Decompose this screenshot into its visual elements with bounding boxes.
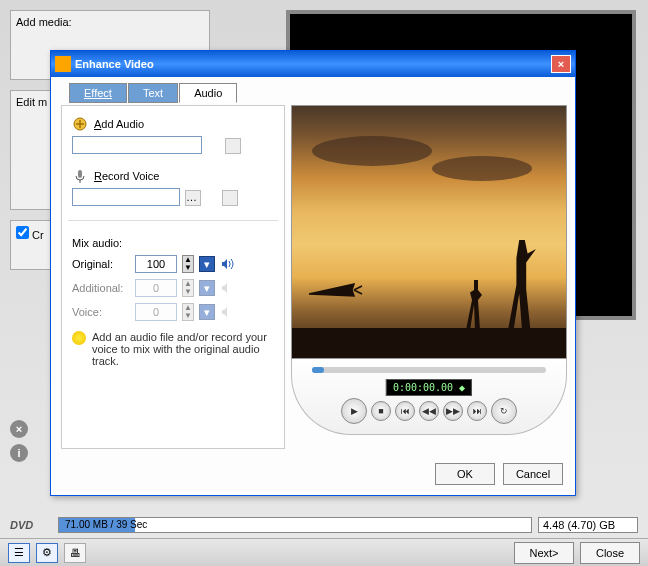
- add-audio-icon: [72, 116, 88, 132]
- add-audio-label: Add Audio: [94, 118, 144, 130]
- additional-spinner: ▲▼: [182, 279, 194, 297]
- stop-button[interactable]: ■: [371, 401, 391, 421]
- original-dropdown[interactable]: ▾: [199, 256, 215, 272]
- speaker-icon-disabled: [220, 281, 234, 295]
- voice-label: Voice:: [72, 306, 130, 318]
- titlebar: Enhance Video ×: [51, 51, 575, 77]
- microphone-icon: [72, 168, 88, 184]
- preview-area: 0:00:00.00 ◆ ▶ ■ ⏮ ◀◀ ▶▶ ⏭ ↻: [291, 105, 567, 449]
- additional-label: Additional:: [72, 282, 130, 294]
- delete-audio-button[interactable]: [225, 138, 241, 154]
- settings-icon[interactable]: ⚙: [36, 543, 58, 563]
- create-label: Cr: [32, 229, 44, 241]
- dvd-label: DVD: [10, 519, 52, 531]
- close-round-icon[interactable]: ×: [10, 420, 28, 438]
- rewind-button[interactable]: ◀◀: [419, 401, 439, 421]
- next-button[interactable]: Next>: [514, 542, 574, 564]
- timecode-display: 0:00:00.00 ◆: [386, 379, 472, 396]
- add-audio-input[interactable]: [72, 136, 202, 154]
- repeat-button[interactable]: ↻: [491, 398, 517, 424]
- delete-voice-button[interactable]: [222, 190, 238, 206]
- mix-audio-title: Mix audio:: [72, 237, 274, 249]
- capacity-display: 4.48 (4.70) GB: [538, 517, 638, 533]
- dialog-icon: [55, 56, 71, 72]
- close-app-button[interactable]: Close: [580, 542, 640, 564]
- playback-slider[interactable]: [312, 367, 546, 373]
- preview-image: [291, 105, 567, 359]
- kite-silhouette: [304, 276, 364, 306]
- lightbulb-icon: [72, 331, 86, 345]
- record-voice-input[interactable]: [72, 188, 180, 206]
- enhance-video-dialog: Enhance Video × Effect Text Audio Add Au…: [50, 50, 576, 496]
- record-voice-label: Record Voice: [94, 170, 159, 182]
- create-checkbox[interactable]: [16, 226, 29, 239]
- tab-bar: Effect Text Audio: [69, 83, 238, 103]
- cancel-button[interactable]: Cancel: [503, 463, 563, 485]
- edit-label: Edit m: [16, 96, 47, 108]
- info-round-icon[interactable]: i: [10, 444, 28, 462]
- original-spinner[interactable]: ▲▼: [182, 255, 194, 273]
- print-icon[interactable]: 🖶: [64, 543, 86, 563]
- tab-text[interactable]: Text: [128, 83, 178, 103]
- mix-hint-text: Add an audio file and/or record your voi…: [92, 331, 274, 367]
- tab-effect[interactable]: Effect: [69, 83, 127, 103]
- voice-spinner: ▲▼: [182, 303, 194, 321]
- ok-button[interactable]: OK: [435, 463, 495, 485]
- prev-button[interactable]: ⏮: [395, 401, 415, 421]
- add-media-label: Add media:: [16, 16, 72, 28]
- speaker-icon[interactable]: [220, 257, 234, 271]
- record-browse-button[interactable]: …: [185, 190, 201, 206]
- progress-text: 71.00 MB / 39 Sec: [65, 519, 147, 530]
- status-bar: DVD 71.00 MB / 39 Sec 4.48 (4.70) GB: [0, 514, 648, 536]
- original-label: Original:: [72, 258, 130, 270]
- next-button[interactable]: ⏭: [467, 401, 487, 421]
- speaker-icon-disabled2: [220, 305, 234, 319]
- additional-dropdown[interactable]: ▾: [199, 280, 215, 296]
- voice-dropdown[interactable]: ▾: [199, 304, 215, 320]
- svg-rect-1: [78, 170, 82, 178]
- tab-audio[interactable]: Audio: [179, 83, 237, 103]
- original-value[interactable]: [135, 255, 177, 273]
- voice-value: [135, 303, 177, 321]
- dialog-title: Enhance Video: [75, 58, 154, 70]
- player-controls: 0:00:00.00 ◆ ▶ ■ ⏮ ◀◀ ▶▶ ⏭ ↻: [291, 359, 567, 435]
- additional-value: [135, 279, 177, 297]
- bottom-toolbar: ☰ ⚙ 🖶 Next> Close: [0, 538, 648, 566]
- forward-button[interactable]: ▶▶: [443, 401, 463, 421]
- audio-side-panel: Add Audio Record Voice … Mix audio: Orig…: [61, 105, 285, 449]
- list-view-icon[interactable]: ☰: [8, 543, 30, 563]
- size-progress-bar: 71.00 MB / 39 Sec: [58, 517, 532, 533]
- close-button[interactable]: ×: [551, 55, 571, 73]
- play-button[interactable]: ▶: [341, 398, 367, 424]
